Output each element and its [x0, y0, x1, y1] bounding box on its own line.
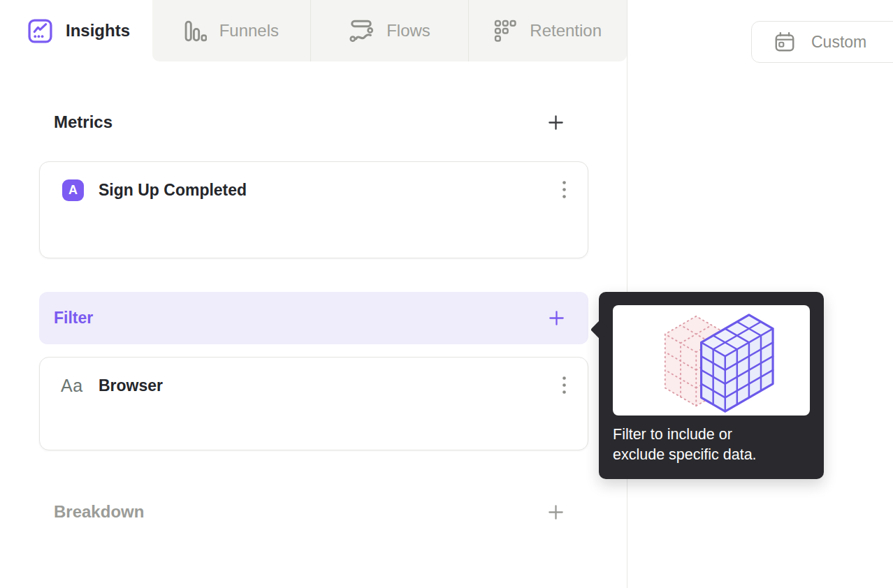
tab-band: Funnels Flows [152, 0, 627, 61]
breakdown-section-header: Breakdown [54, 501, 565, 522]
insights-report-builder: Insights Funnels Flows [0, 0, 893, 588]
filter-card-title: Browser [99, 376, 163, 395]
tab-insights[interactable]: Insights [0, 0, 152, 61]
filter-section-title: Filter [54, 309, 93, 328]
tooltip-line-1: Filter to include or [613, 425, 810, 445]
kebab-menu-icon[interactable] [561, 179, 567, 199]
tab-retention[interactable]: Retention [468, 0, 627, 61]
calendar-icon [774, 31, 796, 53]
tooltip-arrow [590, 320, 610, 339]
metric-card-sign-up-completed[interactable]: A Sign Up Completed Total Events [39, 161, 588, 258]
date-range-label: Custom [811, 33, 866, 52]
text-property-icon: Aa [61, 376, 83, 396]
metric-letter-badge: A [62, 179, 84, 201]
add-filter-button[interactable] [547, 309, 565, 328]
tab-retention-label: Retention [530, 21, 602, 41]
metric-card-title: Sign Up Completed [99, 181, 247, 200]
filter-feature-tooltip: Filter to include or exclude specific da… [599, 292, 824, 479]
tab-flows[interactable]: Flows [310, 0, 469, 61]
add-breakdown-button[interactable] [546, 503, 565, 521]
tab-flows-label: Flows [386, 21, 430, 41]
filter-section-header[interactable]: Filter [39, 292, 588, 344]
metrics-section-header: Metrics [54, 112, 565, 133]
funnels-icon [184, 20, 207, 42]
date-range-custom-button[interactable]: Custom [751, 21, 893, 63]
breakdown-section-title: Breakdown [54, 502, 144, 522]
tab-funnels-label: Funnels [219, 21, 279, 41]
tooltip-text: Filter to include or exclude specific da… [613, 425, 810, 465]
tab-insights-label: Insights [66, 21, 130, 41]
filter-card-browser[interactable]: Aa Browser IsChrome [39, 357, 588, 450]
kebab-menu-icon[interactable] [561, 375, 567, 395]
tab-funnels[interactable]: Funnels [152, 0, 310, 61]
metrics-section-title: Metrics [54, 112, 112, 132]
filter-illustration [613, 305, 810, 416]
insights-chart-icon [27, 18, 53, 44]
tooltip-line-2: exclude specific data. [613, 445, 810, 465]
flows-icon [349, 20, 374, 42]
add-metric-button[interactable] [546, 113, 565, 131]
retention-icon [494, 20, 517, 43]
